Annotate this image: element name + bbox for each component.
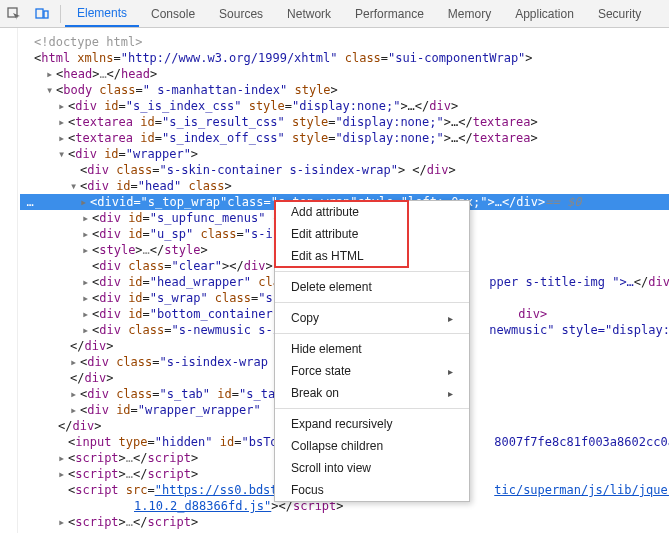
svg-rect-2 bbox=[44, 11, 48, 18]
menu-force-state[interactable]: Force state bbox=[275, 360, 469, 382]
menu-delete-element[interactable]: Delete element bbox=[275, 276, 469, 298]
dom-node[interactable]: ▸<script>…</script> bbox=[56, 514, 669, 530]
context-menu: Add attribute Edit attribute Edit as HTM… bbox=[274, 200, 470, 502]
tab-application[interactable]: Application bbox=[503, 0, 586, 27]
dom-node-body[interactable]: ▾<body class=" s-manhattan-index" style> bbox=[44, 82, 669, 98]
menu-sep bbox=[275, 333, 469, 334]
svg-rect-1 bbox=[36, 9, 43, 18]
menu-expand-recursively[interactable]: Expand recursively bbox=[275, 413, 469, 435]
dom-node-doctype[interactable]: <!doctype html> bbox=[32, 34, 669, 50]
devtools-toolbar: Elements Console Sources Network Perform… bbox=[0, 0, 669, 28]
device-toolbar-icon[interactable] bbox=[28, 0, 56, 28]
dom-node-html[interactable]: <html xmlns="http://www.w3.org/1999/xhtm… bbox=[32, 50, 669, 66]
tab-bar: Elements Console Sources Network Perform… bbox=[65, 0, 653, 27]
menu-sep bbox=[275, 271, 469, 272]
gutter bbox=[0, 28, 18, 533]
menu-focus[interactable]: Focus bbox=[275, 479, 469, 501]
menu-edit-attribute[interactable]: Edit attribute bbox=[275, 223, 469, 245]
menu-collapse-children[interactable]: Collapse children bbox=[275, 435, 469, 457]
tab-network[interactable]: Network bbox=[275, 0, 343, 27]
dom-node-head-div[interactable]: ▾<div id="head" class> bbox=[68, 178, 669, 194]
inspect-element-icon[interactable] bbox=[0, 0, 28, 28]
toolbar-divider bbox=[60, 5, 61, 23]
menu-sep bbox=[275, 408, 469, 409]
dom-node-head[interactable]: ▸<head>…</head> bbox=[44, 66, 669, 82]
dom-node[interactable]: ▸<textarea id="s_index_off_css" style="d… bbox=[56, 130, 669, 146]
menu-add-attribute[interactable]: Add attribute bbox=[275, 201, 469, 223]
tab-console[interactable]: Console bbox=[139, 0, 207, 27]
tab-performance[interactable]: Performance bbox=[343, 0, 436, 27]
menu-sep bbox=[275, 302, 469, 303]
selection-dots-icon: … bbox=[22, 194, 38, 210]
menu-copy[interactable]: Copy bbox=[275, 307, 469, 329]
menu-edit-as-html[interactable]: Edit as HTML bbox=[275, 245, 469, 267]
dom-node[interactable]: <div class="s-skin-container s-isindex-w… bbox=[68, 162, 669, 178]
dom-node[interactable]: ▸<textarea id="s_is_result_css" style="d… bbox=[56, 114, 669, 130]
dom-node[interactable]: ▸<div id="s_is_index_css" style="display… bbox=[56, 98, 669, 114]
tab-memory[interactable]: Memory bbox=[436, 0, 503, 27]
menu-hide-element[interactable]: Hide element bbox=[275, 338, 469, 360]
tab-security[interactable]: Security bbox=[586, 0, 653, 27]
menu-scroll-into-view[interactable]: Scroll into view bbox=[275, 457, 469, 479]
menu-break-on[interactable]: Break on bbox=[275, 382, 469, 404]
dom-node-wrapper[interactable]: ▾<div id="wrapper"> bbox=[56, 146, 669, 162]
tab-sources[interactable]: Sources bbox=[207, 0, 275, 27]
tab-elements[interactable]: Elements bbox=[65, 0, 139, 27]
